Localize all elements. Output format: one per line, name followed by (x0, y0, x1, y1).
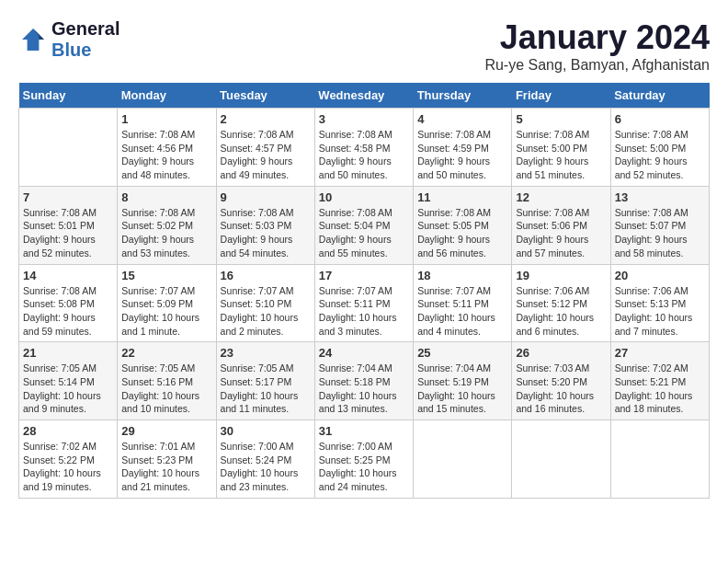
weekday-header-saturday: Saturday (610, 83, 709, 109)
day-info: Sunrise: 7:00 AMSunset: 5:25 PMDaylight:… (319, 440, 409, 494)
day-info: Sunrise: 7:08 AMSunset: 5:06 PMDaylight:… (516, 206, 606, 260)
day-info: Sunrise: 7:07 AMSunset: 5:11 PMDaylight:… (417, 284, 507, 339)
calendar-cell: 18Sunrise: 7:07 AMSunset: 5:11 PMDayligh… (414, 264, 512, 342)
day-info: Sunrise: 7:05 AMSunset: 5:14 PMDaylight:… (23, 362, 113, 416)
page-title: January 2024 (484, 18, 710, 57)
day-number: 6 (615, 112, 705, 126)
week-row-1: 7Sunrise: 7:08 AMSunset: 5:01 PMDaylight… (19, 186, 710, 264)
day-info: Sunrise: 7:00 AMSunset: 5:24 PMDaylight:… (221, 440, 311, 494)
day-number: 9 (221, 190, 311, 204)
weekday-header-row: SundayMondayTuesdayWednesdayThursdayFrid… (19, 83, 710, 109)
day-info: Sunrise: 7:08 AMSunset: 5:08 PMDaylight:… (23, 284, 113, 339)
day-number: 12 (516, 190, 606, 204)
day-info: Sunrise: 7:08 AMSunset: 5:04 PMDaylight:… (319, 206, 409, 260)
calendar-cell: 24Sunrise: 7:04 AMSunset: 5:18 PMDayligh… (314, 342, 413, 420)
day-number: 29 (121, 424, 211, 438)
calendar-cell: 7Sunrise: 7:08 AMSunset: 5:01 PMDaylight… (19, 186, 118, 264)
calendar-cell: 27Sunrise: 7:02 AMSunset: 5:21 PMDayligh… (610, 342, 709, 420)
calendar-cell (512, 420, 610, 499)
day-info: Sunrise: 7:05 AMSunset: 5:17 PMDaylight:… (221, 362, 311, 416)
day-number: 19 (516, 269, 606, 282)
calendar-cell: 6Sunrise: 7:08 AMSunset: 5:00 PMDaylight… (610, 109, 709, 187)
logo-text: General Blue (51, 18, 119, 61)
calendar-cell: 21Sunrise: 7:05 AMSunset: 5:14 PMDayligh… (19, 342, 118, 420)
calendar-cell: 2Sunrise: 7:08 AMSunset: 4:57 PMDaylight… (216, 109, 314, 187)
calendar-cell: 30Sunrise: 7:00 AMSunset: 5:24 PMDayligh… (216, 420, 314, 499)
day-info: Sunrise: 7:03 AMSunset: 5:20 PMDaylight:… (516, 362, 606, 416)
day-number: 1 (121, 112, 211, 126)
calendar-cell: 5Sunrise: 7:08 AMSunset: 5:00 PMDaylight… (512, 109, 610, 187)
day-number: 23 (221, 346, 311, 360)
day-info: Sunrise: 7:04 AMSunset: 5:18 PMDaylight:… (319, 362, 409, 416)
day-info: Sunrise: 7:06 AMSunset: 5:13 PMDaylight:… (615, 284, 705, 339)
day-number: 15 (121, 269, 211, 282)
day-info: Sunrise: 7:08 AMSunset: 5:02 PMDaylight:… (121, 206, 211, 260)
weekday-header-wednesday: Wednesday (314, 83, 413, 109)
day-number: 8 (121, 190, 211, 204)
logo: General Blue (18, 18, 119, 61)
day-info: Sunrise: 7:04 AMSunset: 5:19 PMDaylight:… (417, 362, 507, 416)
day-number: 2 (221, 112, 311, 126)
calendar-cell (610, 420, 709, 499)
title-section: January 2024 Ru-ye Sang, Bamyan, Afghani… (484, 18, 710, 74)
calendar-cell: 23Sunrise: 7:05 AMSunset: 5:17 PMDayligh… (216, 342, 314, 420)
day-info: Sunrise: 7:08 AMSunset: 5:07 PMDaylight:… (615, 206, 705, 260)
weekday-header-tuesday: Tuesday (216, 83, 314, 109)
day-number: 30 (221, 424, 311, 438)
calendar-cell: 26Sunrise: 7:03 AMSunset: 5:20 PMDayligh… (512, 342, 610, 420)
day-info: Sunrise: 7:02 AMSunset: 5:22 PMDaylight:… (23, 440, 113, 494)
day-number: 26 (516, 346, 606, 360)
week-row-4: 28Sunrise: 7:02 AMSunset: 5:22 PMDayligh… (19, 420, 710, 499)
day-number: 20 (615, 269, 705, 282)
calendar-cell (414, 420, 512, 499)
day-info: Sunrise: 7:07 AMSunset: 5:09 PMDaylight:… (121, 284, 211, 339)
day-number: 16 (221, 269, 311, 282)
calendar-cell: 8Sunrise: 7:08 AMSunset: 5:02 PMDaylight… (118, 186, 216, 264)
day-info: Sunrise: 7:08 AMSunset: 4:56 PMDaylight:… (121, 128, 211, 182)
day-number: 18 (417, 269, 507, 282)
day-number: 27 (615, 346, 705, 360)
page-header: General Blue January 2024 Ru-ye Sang, Ba… (18, 18, 710, 74)
day-info: Sunrise: 7:05 AMSunset: 5:16 PMDaylight:… (121, 362, 211, 416)
calendar-cell: 17Sunrise: 7:07 AMSunset: 5:11 PMDayligh… (314, 264, 413, 342)
calendar-cell: 4Sunrise: 7:08 AMSunset: 4:59 PMDaylight… (414, 109, 512, 187)
day-number: 21 (23, 346, 113, 360)
week-row-2: 14Sunrise: 7:08 AMSunset: 5:08 PMDayligh… (19, 264, 710, 342)
calendar-cell: 1Sunrise: 7:08 AMSunset: 4:56 PMDaylight… (118, 109, 216, 187)
calendar-cell: 3Sunrise: 7:08 AMSunset: 4:58 PMDaylight… (314, 109, 413, 187)
calendar-cell: 12Sunrise: 7:08 AMSunset: 5:06 PMDayligh… (512, 186, 610, 264)
day-number: 24 (319, 346, 409, 360)
day-info: Sunrise: 7:08 AMSunset: 4:57 PMDaylight:… (221, 128, 311, 182)
calendar-cell: 15Sunrise: 7:07 AMSunset: 5:09 PMDayligh… (118, 264, 216, 342)
day-info: Sunrise: 7:02 AMSunset: 5:21 PMDaylight:… (615, 362, 705, 416)
day-info: Sunrise: 7:08 AMSunset: 4:59 PMDaylight:… (417, 128, 507, 182)
day-info: Sunrise: 7:08 AMSunset: 4:58 PMDaylight:… (319, 128, 409, 182)
calendar-cell: 10Sunrise: 7:08 AMSunset: 5:04 PMDayligh… (314, 186, 413, 264)
day-info: Sunrise: 7:08 AMSunset: 5:05 PMDaylight:… (417, 206, 507, 260)
calendar-cell: 19Sunrise: 7:06 AMSunset: 5:12 PMDayligh… (512, 264, 610, 342)
week-row-0: 1Sunrise: 7:08 AMSunset: 4:56 PMDaylight… (19, 109, 710, 187)
day-number: 10 (319, 190, 409, 204)
calendar-table: SundayMondayTuesdayWednesdayThursdayFrid… (18, 83, 710, 499)
weekday-header-sunday: Sunday (19, 83, 118, 109)
day-number: 7 (23, 190, 113, 204)
calendar-cell: 22Sunrise: 7:05 AMSunset: 5:16 PMDayligh… (118, 342, 216, 420)
day-number: 4 (417, 112, 507, 126)
day-info: Sunrise: 7:08 AMSunset: 5:03 PMDaylight:… (221, 206, 311, 260)
day-number: 28 (23, 424, 113, 438)
day-info: Sunrise: 7:06 AMSunset: 5:12 PMDaylight:… (516, 284, 606, 339)
calendar-cell: 11Sunrise: 7:08 AMSunset: 5:05 PMDayligh… (414, 186, 512, 264)
day-number: 3 (319, 112, 409, 126)
calendar-cell: 29Sunrise: 7:01 AMSunset: 5:23 PMDayligh… (118, 420, 216, 499)
calendar-cell (19, 109, 118, 187)
calendar-cell: 14Sunrise: 7:08 AMSunset: 5:08 PMDayligh… (19, 264, 118, 342)
day-info: Sunrise: 7:07 AMSunset: 5:10 PMDaylight:… (221, 284, 311, 339)
weekday-header-thursday: Thursday (414, 83, 512, 109)
weekday-header-friday: Friday (512, 83, 610, 109)
day-info: Sunrise: 7:08 AMSunset: 5:01 PMDaylight:… (23, 206, 113, 260)
calendar-cell: 20Sunrise: 7:06 AMSunset: 5:13 PMDayligh… (610, 264, 709, 342)
week-row-3: 21Sunrise: 7:05 AMSunset: 5:14 PMDayligh… (19, 342, 710, 420)
day-number: 31 (319, 424, 409, 438)
day-number: 17 (319, 269, 409, 282)
logo-icon (18, 25, 48, 54)
